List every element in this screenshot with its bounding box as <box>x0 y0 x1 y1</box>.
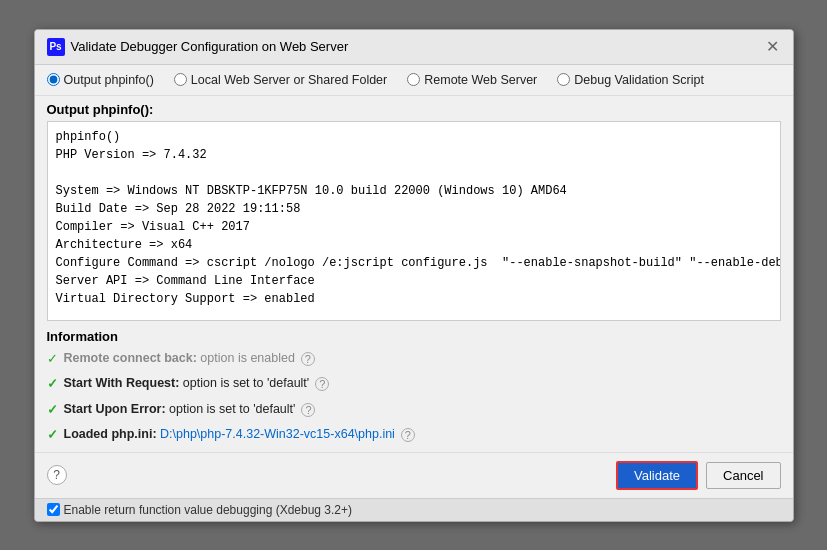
information-section: Information ✓ Remote connect back: optio… <box>47 329 781 444</box>
radio-local-web-server[interactable]: Local Web Server or Shared Folder <box>174 73 387 87</box>
code-line-2 <box>56 164 772 182</box>
dialog-title: Validate Debugger Configuration on Web S… <box>71 39 349 54</box>
check-icon-2: ✓ <box>47 402 58 417</box>
code-line-8: Server API => Command Line Interface <box>56 272 772 290</box>
title-bar: Ps Validate Debugger Configuration on We… <box>35 30 793 65</box>
code-line-9: Virtual Directory Support => enabled <box>56 290 772 308</box>
radio-output-phpinfo[interactable]: Output phpinfo() <box>47 73 154 87</box>
info-text-2: Start Upon Error: option is set to 'defa… <box>64 401 296 419</box>
code-line-7: Configure Command => cscript /nologo /e:… <box>56 254 772 272</box>
code-line-5: Compiler => Visual C++ 2017 <box>56 218 772 236</box>
return-debugging-checkbox[interactable] <box>47 503 60 516</box>
output-section-label: Output phpinfo(): <box>35 96 793 121</box>
code-line-3: System => Windows NT DBSKTP-1KFP75N 10.0… <box>56 182 772 200</box>
code-line-4: Build Date => Sep 28 2022 19:11:58 <box>56 200 772 218</box>
help-icon-1[interactable]: ? <box>315 377 329 391</box>
info-text-1: Start With Request: option is set to 'de… <box>64 375 310 393</box>
info-text-0: Remote connect back: option is enabled <box>64 350 295 368</box>
code-line-0: phpinfo() <box>56 128 772 146</box>
ps-icon: Ps <box>47 38 65 56</box>
help-icon-2[interactable]: ? <box>301 403 315 417</box>
title-bar-left: Ps Validate Debugger Configuration on We… <box>47 38 349 56</box>
help-icon-3[interactable]: ? <box>401 428 415 442</box>
validate-debugger-dialog: Ps Validate Debugger Configuration on We… <box>34 29 794 522</box>
bottom-left: ? <box>47 465 67 485</box>
code-line-6: Architecture => x64 <box>56 236 772 254</box>
info-heading: Information <box>47 329 781 344</box>
close-button[interactable]: ✕ <box>764 39 781 55</box>
info-text-3: Loaded php.ini: D:\php\php-7.4.32-Win32-… <box>64 426 395 444</box>
check-icon-1: ✓ <box>47 376 58 391</box>
help-button[interactable]: ? <box>47 465 67 485</box>
help-icon-0[interactable]: ? <box>301 352 315 366</box>
return-debugging-label: Enable return function value debugging (… <box>64 503 353 517</box>
info-item-1: ✓ Start With Request: option is set to '… <box>47 375 781 393</box>
code-output-area[interactable]: phpinfo() PHP Version => 7.4.32 System =… <box>47 121 781 321</box>
phpini-link[interactable]: D:\php\php-7.4.32-Win32-vc15-x64\php.ini <box>160 427 395 441</box>
info-item-3: ✓ Loaded php.ini: D:\php\php-7.4.32-Win3… <box>47 426 781 444</box>
bottom-right: Validate Cancel <box>616 461 780 490</box>
bottom-bar: ? Validate Cancel <box>35 452 793 498</box>
validate-button[interactable]: Validate <box>616 461 698 490</box>
radio-options-row: Output phpinfo() Local Web Server or Sha… <box>35 65 793 96</box>
bottom-strip: Enable return function value debugging (… <box>35 498 793 521</box>
return-debugging-checkbox-label[interactable]: Enable return function value debugging (… <box>47 503 353 517</box>
cancel-button[interactable]: Cancel <box>706 462 780 489</box>
check-icon-0: ✓ <box>47 351 58 366</box>
radio-remote-web-server[interactable]: Remote Web Server <box>407 73 537 87</box>
info-item-2: ✓ Start Upon Error: option is set to 'de… <box>47 401 781 419</box>
check-icon-3: ✓ <box>47 427 58 442</box>
radio-debug-validation-script[interactable]: Debug Validation Script <box>557 73 704 87</box>
info-item-0: ✓ Remote connect back: option is enabled… <box>47 350 781 368</box>
code-line-1: PHP Version => 7.4.32 <box>56 146 772 164</box>
